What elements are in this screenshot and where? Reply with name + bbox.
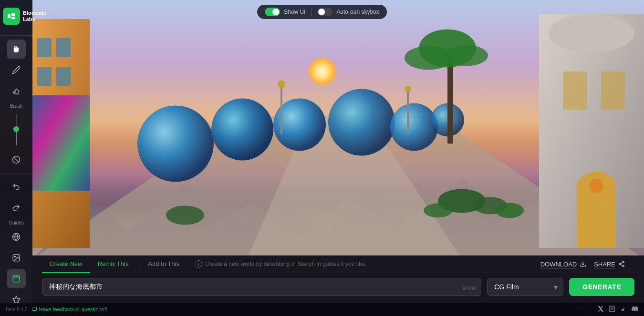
- share-icon: [618, 261, 625, 267]
- download-link[interactable]: DOWNLOAD: [540, 261, 587, 268]
- download-icon: [580, 261, 586, 267]
- prompt-input[interactable]: [42, 278, 481, 296]
- hand-tool-button[interactable]: [7, 40, 26, 59]
- svg-line-39: [14, 157, 19, 163]
- undo-button[interactable]: [7, 177, 26, 196]
- guides-label: Guides: [9, 220, 24, 225]
- redo-button[interactable]: [7, 198, 26, 217]
- sidebar-divider-2: [0, 173, 32, 173]
- left-sidebar: Blockade Labs Brush Guides: [0, 0, 32, 316]
- image-guide-button[interactable]: [7, 248, 26, 267]
- show-ui-label: Show UI: [284, 9, 305, 15]
- ban-icon-button[interactable]: [7, 150, 26, 169]
- version-label: Beta 0.4.2: [6, 307, 28, 312]
- logo-icon[interactable]: [3, 8, 20, 25]
- auto-pan-toggle[interactable]: [317, 8, 332, 16]
- feedback-link[interactable]: Have feedback or questions?: [31, 306, 107, 312]
- auto-pan-label: Auto-pan skybox: [336, 9, 379, 15]
- svg-rect-37: [11, 17, 15, 19]
- brush-label: Brush: [10, 103, 22, 109]
- pencil-tool-button[interactable]: [7, 61, 26, 80]
- tiktok-icon[interactable]: [620, 306, 627, 314]
- show-ui-toggle[interactable]: [265, 8, 280, 16]
- svg-marker-45: [13, 296, 20, 303]
- generate-button[interactable]: GENERATE: [569, 278, 634, 296]
- hint-icon: ℹ: [195, 260, 202, 268]
- svg-point-54: [613, 307, 614, 307]
- svg-point-53: [611, 307, 613, 310]
- logo-area: Blockade Labs: [0, 4, 32, 29]
- svg-point-48: [619, 263, 621, 265]
- tab-divider: [138, 260, 138, 268]
- share-label: SHARE: [594, 261, 615, 268]
- eraser-tool-button[interactable]: [7, 82, 26, 101]
- top-bar: Show UI Auto-pan skybox: [257, 5, 387, 19]
- auto-pan-toggle-group: Auto-pan skybox: [317, 8, 379, 16]
- svg-point-47: [623, 261, 624, 263]
- panel-hint: ℹ Create a new world by describing it. S…: [195, 260, 531, 268]
- photo-guide-button[interactable]: [7, 269, 26, 288]
- feedback-icon: [31, 306, 37, 312]
- show-ui-toggle-group: Show UI: [265, 8, 305, 16]
- svg-point-43: [14, 256, 15, 257]
- feedback-text: Have feedback or questions?: [39, 306, 107, 312]
- panel-body: 9/400 CG Film Watercolor Anime Photoreal…: [32, 273, 644, 301]
- panel-tabs: Create New Remix This Add to This ℹ Crea…: [32, 255, 644, 273]
- download-label: DOWNLOAD: [540, 261, 577, 268]
- brush-slider[interactable]: [16, 110, 17, 149]
- footer-socials: [597, 306, 638, 314]
- style-select-wrapper: CG Film Watercolor Anime Photorealistic …: [487, 278, 563, 296]
- svg-rect-35: [8, 14, 10, 18]
- discord-icon[interactable]: [632, 306, 638, 314]
- prompt-input-container: 9/400: [42, 278, 481, 296]
- char-count: 9/400: [463, 285, 476, 291]
- globe-guide-button[interactable]: [7, 227, 26, 246]
- style-select[interactable]: CG Film Watercolor Anime Photorealistic …: [487, 278, 563, 296]
- scene-sun: [308, 57, 336, 86]
- panel-actions: DOWNLOAD SHARE: [531, 261, 634, 268]
- footer-bar: Beta 0.4.2 Have feedback or questions?: [0, 303, 644, 316]
- tab-remix-this[interactable]: Remix This: [90, 255, 136, 273]
- instagram-icon[interactable]: [609, 306, 615, 314]
- hint-text: Create a new world by describing it. Ske…: [205, 261, 366, 267]
- tab-add-to-this[interactable]: Add to This: [140, 255, 187, 273]
- svg-line-51: [621, 263, 623, 264]
- tab-create-new[interactable]: Create New: [42, 255, 90, 273]
- svg-rect-52: [609, 306, 615, 312]
- twitter-icon[interactable]: [597, 306, 604, 314]
- svg-line-50: [621, 265, 623, 265]
- svg-point-49: [623, 265, 624, 267]
- sidebar-divider-1: [0, 35, 32, 36]
- topbar-divider: [311, 8, 312, 16]
- svg-rect-36: [11, 13, 15, 16]
- share-link[interactable]: SHARE: [594, 261, 625, 268]
- logo-text: Blockade Labs: [23, 10, 46, 22]
